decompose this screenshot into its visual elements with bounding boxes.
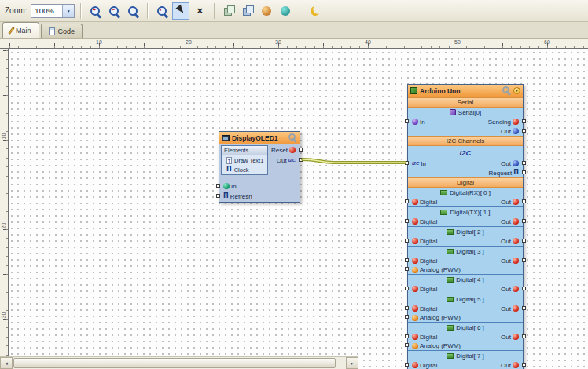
visuino-window: Zoom: 100% ▼ + − ▪ × — [0, 0, 588, 369]
display-icon — [222, 135, 230, 141]
design-canvas[interactable]: DisplayOLED1 Reset Out I2C Elements — [8, 49, 588, 369]
digital-channel-icon — [447, 325, 454, 331]
digital-pin[interactable] — [405, 258, 409, 262]
ruler-mark: 60 — [541, 39, 553, 45]
analog-pwm-pin[interactable] — [405, 343, 409, 347]
snapshot-button[interactable] — [220, 2, 237, 20]
night-mode-button[interactable] — [307, 2, 324, 20]
chevron-down-icon[interactable]: ▼ — [62, 5, 74, 17]
out-pin[interactable] — [522, 334, 526, 338]
arduino-board-icon — [410, 87, 417, 94]
wrench-icon[interactable] — [502, 86, 511, 95]
serial-sending-pin[interactable] — [522, 119, 526, 123]
zoom-actual-button[interactable] — [124, 2, 141, 20]
i2c-in-pin[interactable] — [405, 161, 409, 165]
serial-out-row: Out — [408, 126, 523, 136]
digital-pin[interactable] — [405, 306, 409, 310]
digital-pin-icon — [412, 334, 418, 340]
digital-pin[interactable] — [405, 363, 409, 367]
pointer-tool-button[interactable] — [172, 2, 189, 20]
ruler-corner — [0, 39, 8, 49]
out-pin[interactable] — [522, 287, 526, 290]
digital-pin[interactable] — [405, 287, 409, 290]
out-pin[interactable] — [522, 306, 526, 310]
pin-label: Digital — [420, 286, 437, 293]
scroll-left-button[interactable]: ◄ — [0, 357, 13, 369]
serial-out-icon — [513, 128, 519, 134]
elements-header[interactable]: Elements — [222, 146, 267, 155]
serial-channel-label: Serial[0] — [408, 108, 523, 117]
i2c-request-pin[interactable] — [522, 170, 526, 174]
reset-pin-icon — [289, 147, 296, 153]
digital-channel-icon — [447, 297, 454, 302]
tab-code[interactable]: Code — [41, 24, 83, 38]
element-draw-text[interactable]: T Draw Text1 — [222, 155, 267, 165]
out-pin[interactable] — [522, 219, 526, 223]
digital-pin[interactable] — [405, 334, 409, 338]
zoom-out-button[interactable]: − — [105, 2, 123, 20]
digital-channel-6: Digital[ 6 ] Digital Out Analog (PWM) — [408, 322, 523, 350]
arduino-block-header[interactable]: Arduino Uno ▾ — [408, 85, 523, 97]
ruler-mark: 10 — [1, 130, 6, 143]
section-title: Digital — [457, 179, 474, 186]
digital-pin[interactable] — [405, 239, 409, 243]
channel-label-text: Digital[ 6 ] — [456, 324, 484, 331]
pin-label: Analog (PWM) — [420, 342, 461, 349]
channel-label: Digital[ 3 ] — [408, 247, 523, 256]
elements-panel: Elements T Draw Text1 Π Clock — [221, 145, 268, 175]
scrollbar-thumb[interactable] — [13, 358, 336, 368]
element-label: Clock — [234, 166, 249, 174]
zoom-in-button[interactable]: + — [86, 2, 104, 20]
out-pin[interactable] — [522, 258, 526, 262]
digital-pin[interactable] — [405, 199, 409, 203]
digital-pin-icon — [412, 286, 418, 292]
arduino-uno-block[interactable]: Arduino Uno ▾ Serial Serial[0] In Sendin… — [407, 84, 524, 369]
horizontal-scrollbar[interactable]: ◄ ► — [0, 356, 358, 369]
zoom-combobox[interactable]: 100% ▼ — [31, 4, 75, 18]
pin-label: Analog (PWM) — [420, 314, 461, 321]
channel-label-text: Digital[ 4 ] — [456, 276, 484, 283]
serial-out-pin[interactable] — [522, 129, 526, 133]
digital-pin-icon — [412, 258, 418, 264]
digital-pin-icon — [513, 362, 519, 368]
display-block-header[interactable]: DisplayOLED1 — [219, 132, 300, 144]
web-button[interactable] — [277, 2, 294, 20]
display-out-pin[interactable] — [299, 158, 303, 162]
analog-pwm-pin[interactable] — [405, 267, 409, 271]
save-image-button[interactable] — [258, 2, 275, 20]
i2c-out-pin[interactable] — [522, 161, 526, 165]
pin-label: Request — [489, 170, 513, 177]
digital-pin[interactable] — [405, 219, 409, 223]
delete-button[interactable]: × — [191, 2, 208, 20]
refresh-pin[interactable] — [216, 194, 220, 198]
out-pin[interactable] — [522, 363, 526, 367]
out-pin[interactable] — [522, 199, 526, 203]
digital-channel-icon — [447, 353, 454, 359]
i2c-connection-wire[interactable] — [303, 159, 405, 163]
serial-section-header: Serial — [408, 97, 523, 108]
analog-pin-icon — [412, 343, 418, 349]
collapse-icon[interactable]: ▾ — [513, 87, 520, 94]
tab-main[interactable]: Main — [2, 22, 39, 38]
digital-pin-icon — [412, 218, 418, 225]
pin-label: Digital — [420, 199, 437, 206]
digital-channel-7: Digital[ 7 ] Digital Out — [408, 350, 523, 369]
copy-image-button[interactable] — [239, 2, 256, 20]
display-in-pin[interactable] — [216, 184, 220, 188]
display-oled1-block[interactable]: DisplayOLED1 Reset Out I2C Elements — [219, 131, 300, 203]
out-pin[interactable] — [522, 239, 526, 243]
digital-pin-icon — [412, 238, 418, 244]
ruler-mark: 30 — [272, 39, 285, 45]
analog-pwm-pin[interactable] — [405, 315, 409, 319]
horizontal-ruler: 10 20 30 40 50 60 — [8, 39, 588, 49]
wrench-icon[interactable] — [288, 133, 297, 142]
scroll-right-button[interactable]: ► — [346, 357, 358, 369]
zoom-fit-button[interactable]: ▪ — [153, 2, 171, 20]
pwm-pin-row: Analog (PWM) — [408, 313, 523, 322]
scrollbar-track[interactable] — [13, 357, 346, 369]
element-clock[interactable]: Π Clock — [222, 165, 267, 174]
i2c-icon: I2C — [412, 161, 419, 166]
reset-pin[interactable] — [299, 148, 303, 152]
channel-label: Digital[ 2 ] — [408, 227, 523, 236]
serial-in-pin[interactable] — [405, 119, 409, 123]
